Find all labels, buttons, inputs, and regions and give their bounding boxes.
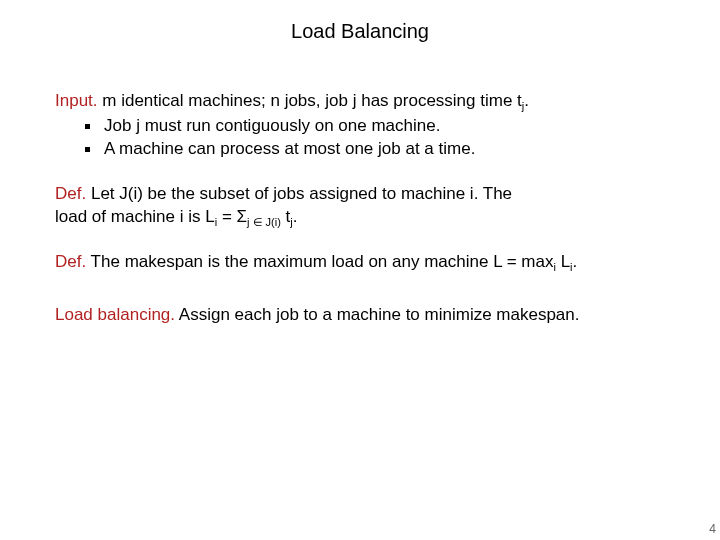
def2-a: The makespan is the maximum load on any … (91, 252, 554, 271)
slide-title: Load Balancing (0, 20, 720, 43)
def1-line1: Let J(i) be the subset of jobs assigned … (91, 184, 512, 203)
def1-l2c: t (281, 207, 290, 226)
def2-lead: Def. (55, 252, 86, 271)
def2-b: L (556, 252, 570, 271)
input-block: Input. m identical machines; n jobs, job… (55, 90, 675, 161)
def1-l2b: = Σ (217, 207, 247, 226)
def1-l2d: . (293, 207, 298, 226)
input-bullets: Job j must run contiguously on one machi… (85, 115, 675, 161)
page-number: 4 (709, 522, 716, 536)
def2-block: Def. The makespan is the maximum load on… (55, 251, 675, 274)
lb-text: Assign each job to a machine to minimize… (179, 305, 580, 324)
bullet-text: Job j must run contiguously on one machi… (104, 115, 440, 138)
def1-l2b-sub: j ∈ J(i) (247, 216, 281, 228)
input-main: m identical machines; n jobs, job j has … (102, 91, 522, 110)
def2-text: The makespan is the maximum load on any … (91, 252, 578, 271)
slide: Load Balancing Input. m identical machin… (0, 0, 720, 540)
def1-lead: Def. (55, 184, 86, 203)
input-text: m identical machines; n jobs, job j has … (102, 91, 529, 110)
lb-lead: Load balancing. (55, 305, 175, 324)
slide-body: Input. m identical machines; n jobs, job… (55, 90, 675, 349)
bullet-text: A machine can process at most one job at… (104, 138, 475, 161)
def1-block: Def. Let J(i) be the subset of jobs assi… (55, 183, 675, 229)
def1-line2: load of machine i is Li = Σj ∈ J(i) tj. (55, 207, 298, 226)
list-item: Job j must run contiguously on one machi… (85, 115, 675, 138)
lb-block: Load balancing. Assign each job to a mac… (55, 304, 675, 327)
bullet-icon (85, 124, 90, 129)
input-tail: . (524, 91, 529, 110)
input-lead: Input. (55, 91, 98, 110)
list-item: A machine can process at most one job at… (85, 138, 675, 161)
def2-c: . (573, 252, 578, 271)
bullet-icon (85, 147, 90, 152)
def1-l2a: load of machine i is L (55, 207, 215, 226)
